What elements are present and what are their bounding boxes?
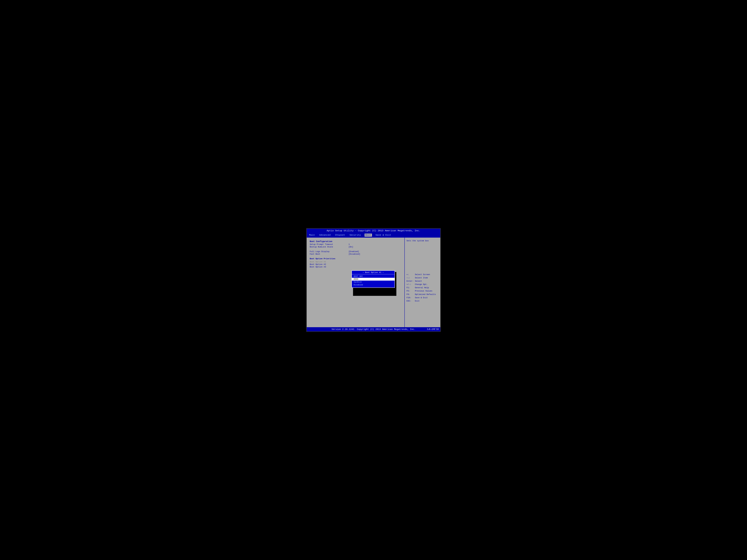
- shortcuts-container: ⇔:Select Screen↑↓:Select ItemEnter:Selec…: [407, 273, 438, 303]
- bottom-text: Version 2.16.1242. Copyright (C) 2013 Am…: [332, 328, 415, 330]
- popup-item[interactable]: HDD0: [352, 278, 394, 281]
- shortcut-row: F10:Save & Exit: [407, 296, 438, 299]
- shortcut-desc: General Help: [415, 286, 429, 289]
- shortcut-key: F5:: [407, 289, 414, 293]
- shortcut-row: ↑↓:Select Item: [407, 276, 438, 279]
- nav-item-security[interactable]: Security: [349, 234, 362, 237]
- nav-item-advanced[interactable]: Advanced: [318, 234, 332, 237]
- nav-item-chipset[interactable]: Chipset: [334, 234, 346, 237]
- shortcut-row: Enter:Select: [407, 279, 438, 283]
- shortcut-key: ↑↓:: [407, 276, 414, 279]
- shortcut-desc: Select Item: [415, 276, 428, 279]
- nav-bar: MainAdvancedChipsetSecurityBootSave & Ex…: [307, 233, 440, 238]
- settings-row: Boot Option #2: [310, 263, 402, 266]
- shortcut-key: F10:: [407, 296, 414, 299]
- shortcut-desc: Save & Exit: [415, 296, 428, 299]
- shortcut-desc: Exit: [415, 299, 419, 303]
- setting-label: Full Logo Display: [310, 250, 349, 253]
- spacer: [310, 256, 402, 258]
- settings-row: Fast Boot[Disabled]: [310, 253, 402, 255]
- setting-label: Boot Option #1: [310, 261, 349, 263]
- title-bar: Aptio Setup Utility - Copyright (C) 2013…: [307, 229, 440, 233]
- nav-item-boot[interactable]: Boot: [364, 234, 372, 237]
- nav-item-main[interactable]: Main: [308, 234, 316, 237]
- setting-label: Boot Option #2: [310, 263, 349, 266]
- title-text: Aptio Setup Utility - Copyright (C) 2013…: [327, 230, 420, 232]
- settings-row: Boot Option Priorities: [310, 258, 402, 261]
- shortcut-desc: Select Screen: [415, 273, 430, 276]
- bottom-bar: Version 2.16.1242. Copyright (C) 2013 Am…: [307, 327, 440, 331]
- watermark: 头条 @晓飞影: [427, 328, 439, 330]
- shortcut-key: F9:: [407, 293, 414, 296]
- setting-value: 1: [349, 243, 350, 245]
- shortcut-key: ⇔:: [407, 273, 414, 276]
- shortcut-row: +/-:Change Opt.: [407, 283, 438, 286]
- shortcut-desc: Previous Values: [415, 289, 432, 293]
- setting-value: [On]: [349, 246, 353, 248]
- settings-row: Bootup NumLock State[On]: [310, 246, 402, 248]
- shortcut-key: ESC:: [407, 299, 414, 303]
- setting-value: [Enabled]: [349, 250, 359, 253]
- popup-items: BOOT NDCHDD0SanDiskDisabled: [352, 275, 394, 286]
- popup-item[interactable]: SanDisk: [352, 281, 394, 284]
- shortcut-row: F5:Previous Values: [407, 289, 438, 293]
- shortcut-desc: Change Opt.: [415, 283, 428, 286]
- popup-item[interactable]: BOOT NDC: [352, 275, 394, 278]
- shortcut-desc: Optimized Defaults: [415, 293, 436, 296]
- shortcut-row: F1:General Help: [407, 286, 438, 289]
- shortcut-row: ⇔:Select Screen: [407, 273, 438, 276]
- right-panel: Sets the system boo ⇔:Select Screen↑↓:Se…: [405, 238, 440, 327]
- settings-row: Full Logo Display[Enabled]: [310, 250, 402, 253]
- nav-item-save-and-exit[interactable]: Save & Exit: [375, 234, 392, 237]
- boot-config-title: Boot Configuration: [310, 240, 402, 243]
- popup-title: — Boot Option #1 —: [352, 271, 394, 274]
- shortcut-key: F1:: [407, 286, 414, 289]
- shortcut-desc: Select: [415, 279, 422, 283]
- popup-box: — Boot Option #1 — BOOT NDCHDD0SanDiskDi…: [352, 270, 395, 288]
- bios-screen: Aptio Setup Utility - Copyright (C) 2013…: [306, 228, 441, 332]
- help-top-text: Sets the system boo: [407, 240, 438, 242]
- shortcut-key: Enter:: [407, 279, 414, 283]
- shortcut-key: +/-:: [407, 283, 414, 286]
- setting-value: [Disabled]: [349, 253, 360, 255]
- popup-item[interactable]: Disabled: [352, 284, 394, 286]
- shortcut-row: ESC:Exit: [407, 299, 438, 303]
- shortcut-row: F9:Optimized Defaults: [407, 293, 438, 296]
- setting-label: Fast Boot: [310, 253, 349, 255]
- settings-container: Setup Prompt Timeout1Bootup NumLock Stat…: [310, 243, 402, 268]
- main-content: Boot Configuration Setup Prompt Timeout1…: [307, 238, 440, 327]
- settings-row: Boot Option #1: [310, 261, 402, 263]
- settings-row: Setup Prompt Timeout1: [310, 243, 402, 245]
- setting-label: Setup Prompt Timeout: [310, 243, 349, 245]
- popup-overlay: — Boot Option #1 — BOOT NDCHDD0SanDiskDi…: [352, 270, 395, 288]
- setting-label: Boot Option #3: [310, 266, 349, 268]
- setting-label: Bootup NumLock State: [310, 246, 349, 248]
- left-panel: Boot Configuration Setup Prompt Timeout1…: [307, 238, 405, 327]
- setting-label: Boot Option Priorities: [310, 258, 349, 260]
- spacer: [310, 248, 402, 250]
- settings-row: Boot Option #3: [310, 266, 402, 268]
